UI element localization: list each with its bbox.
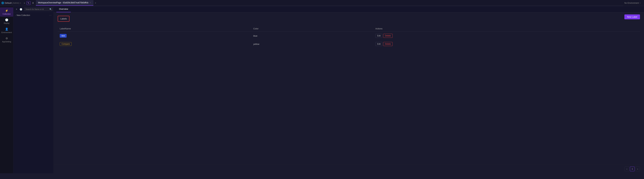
label-badge: Compare <box>60 42 72 46</box>
collection-more-button[interactable]: ⋯ <box>49 14 52 17</box>
pagination-page-1[interactable]: 1 <box>630 166 634 171</box>
row-labelname: test <box>58 32 251 40</box>
globe-icon: 🌐 <box>1 2 4 4</box>
collection-item-name: New Collection <box>16 14 48 17</box>
delete-button[interactable]: Delete <box>383 34 393 38</box>
collection-panel-header: + 🕑 🔍 <box>14 6 54 13</box>
new-tab-button[interactable]: + <box>94 0 98 6</box>
row-actions: EditDelete <box>373 40 640 48</box>
top-bar: 🌐 Default (Admin) ∨ + ✎ ⬆ WorkspaceOverv… <box>0 0 644 6</box>
col-actions: Actions <box>373 26 640 32</box>
add-button[interactable]: + <box>23 1 26 5</box>
replay-icon: 🕐 <box>5 18 8 22</box>
no-env-label: No Environment <box>624 2 639 4</box>
labels-tab-label: Labels <box>60 18 67 20</box>
new-label-button[interactable]: New Label <box>624 15 640 19</box>
environment-icon: 👤 <box>5 28 8 31</box>
top-bar-actions: + ✎ ⬆ <box>23 1 35 5</box>
sidebar-item-appsetting[interactable]: ⚙ AppSetting <box>0 35 13 44</box>
collection-icon: ⚡ <box>5 9 8 12</box>
workspace-role: (Admin) <box>12 2 19 4</box>
active-tab[interactable]: WorkspaceOverviewPage - 63a928c3bb57ea67… <box>36 0 93 6</box>
labels-table: LabelName Color Actions testblueEditDele… <box>58 26 640 48</box>
sidebar-environment-label: Environment <box>2 31 12 33</box>
collection-chevron-icon: › <box>15 15 16 16</box>
main-content: Overview New Label Labels LabelName Colo… <box>54 6 644 173</box>
edit-button[interactable]: Edit <box>375 34 382 38</box>
sidebar-item-environment[interactable]: 👤 Environment <box>0 26 13 35</box>
new-collection-item[interactable]: › New Collection ⋯ <box>14 13 54 18</box>
label-badge: test <box>60 34 66 38</box>
row-actions: EditDelete <box>373 32 640 40</box>
pagination-prev[interactable]: ‹ <box>624 166 629 171</box>
tab-overview-label: Overview <box>59 8 68 10</box>
export-button[interactable]: ⬆ <box>31 1 35 5</box>
tab-overview[interactable]: Overview <box>56 6 71 12</box>
panel-add-button[interactable]: + <box>15 8 18 11</box>
search-input[interactable] <box>24 8 53 11</box>
workspace-selector[interactable]: 🌐 Default (Admin) ∨ <box>1 2 21 4</box>
no-env-chevron-icon: ∨ <box>640 2 641 4</box>
appsetting-icon: ⚙ <box>6 37 8 40</box>
collection-panel: + 🕑 🔍 › New Collection ⋯ <box>14 6 54 173</box>
sidebar-replay-label: Replay <box>4 22 10 24</box>
no-environment[interactable]: No Environment ∨ <box>624 2 643 4</box>
tabs-bar: WorkspaceOverviewPage - 63a928c3bb57ea67… <box>36 0 623 6</box>
labels-tab[interactable]: Labels <box>58 16 70 22</box>
table-area: New Label Labels LabelName Color Actions… <box>54 13 644 164</box>
col-color: Color <box>251 26 373 32</box>
active-tab-label: WorkspaceOverviewPage - 63a928c3bb57ea67… <box>38 2 88 4</box>
table-row: CompareyellowEditDelete <box>58 40 640 48</box>
col-labelname: LabelName <box>58 26 251 32</box>
pagination-next[interactable]: › <box>635 166 640 171</box>
sidebar-collection-label: Collection <box>2 13 10 15</box>
sidebar-appsetting-label: AppSetting <box>2 41 11 43</box>
search-wrapper: 🔍 <box>24 8 53 11</box>
sidebar: ⚡ Collection 🕐 Replay 👤 Environment ⚙ Ap… <box>0 6 14 173</box>
sidebar-item-collection[interactable]: ⚡ Collection <box>0 8 13 17</box>
main-layout: ⚡ Collection 🕐 Replay 👤 Environment ⚙ Ap… <box>0 6 644 173</box>
table-row: testblueEditDelete <box>58 32 640 40</box>
sidebar-item-replay[interactable]: 🕐 Replay <box>0 17 13 26</box>
workspace-chevron-icon: ∨ <box>20 2 21 4</box>
row-labelname: Compare <box>58 40 251 48</box>
tab-close-button[interactable]: × <box>90 2 91 4</box>
panel-history-button[interactable]: 🕑 <box>19 8 23 11</box>
row-color: blue <box>251 32 373 40</box>
edit-button[interactable]: Edit <box>375 42 382 46</box>
content-tabs: Overview <box>54 6 644 13</box>
delete-button[interactable]: Delete <box>383 42 393 46</box>
row-color: yellow <box>251 40 373 48</box>
edit-icon-button[interactable]: ✎ <box>26 1 30 5</box>
pagination: ‹ 1 › <box>54 164 644 173</box>
workspace-name: Default <box>5 2 12 4</box>
